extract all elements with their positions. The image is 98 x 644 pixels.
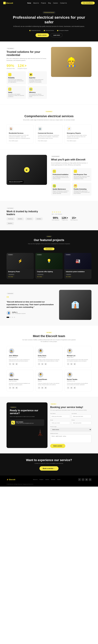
nav-links: Home About Us Projects Blog Careers Cont… (27, 2, 67, 4)
lastname-label: Last Name (72, 413, 92, 414)
nav-cta-button[interactable]: Free Consultation (81, 2, 95, 4)
project-icon-2: 🏭 (76, 259, 80, 263)
hero-learn-button[interactable]: Learn more (51, 33, 63, 37)
footer-facebook-icon[interactable]: f (78, 478, 81, 481)
residential-service-price: From $299/ project (9, 140, 31, 142)
emergency-service-name: Emergency Repairs (67, 132, 89, 134)
email-icon-4[interactable]: @ (44, 386, 47, 389)
nav-projects[interactable]: Projects (41, 2, 46, 4)
contact-detail: Our Contact +1-800-555-0199 info@elecvol… (16, 421, 34, 424)
twitter-icon-1[interactable]: tw (41, 363, 44, 365)
star-5: ★ (59, 211, 61, 213)
projects-filter-button[interactable]: View projects (44, 248, 54, 250)
projects-filter: View projects (6, 248, 92, 250)
notes-textarea[interactable] (50, 434, 92, 443)
email-icon-3[interactable]: @ (15, 386, 18, 389)
testimonial-image-container: 👔 (59, 290, 92, 320)
twitter-icon-3[interactable]: tw (12, 386, 14, 389)
nav-dot-1[interactable] (6, 317, 9, 318)
nav-blog[interactable]: Blog (48, 2, 51, 4)
stat-projects-num: 12K+ (17, 64, 27, 68)
gain-response-desc: We provide fast response to your electri… (74, 176, 90, 180)
twitter-icon-2[interactable]: tw (70, 363, 73, 365)
linkedin-icon-4[interactable]: in (38, 386, 40, 389)
nav-dot-3[interactable] (12, 317, 13, 318)
services-section: Our Services Comprehensive electrical se… (0, 104, 98, 149)
nav-about[interactable]: About Us (33, 2, 39, 4)
hero-icon-emergency: Emergency Repairs (57, 30, 69, 31)
team-desc-3: Specialized in industrial electrical ins… (9, 383, 31, 386)
twitter-icon-0[interactable]: tw (12, 363, 14, 365)
email-icon-5[interactable]: @ (74, 386, 76, 389)
service-select[interactable]: Select service Residential Services Comm… (50, 428, 92, 432)
project-badge-0: Completed (8, 254, 13, 255)
project-link-2[interactable]: See detail → (66, 276, 90, 277)
nav-home[interactable]: Home (27, 2, 31, 4)
linkedin-icon-2[interactable]: in (67, 363, 69, 365)
trusted-section: Our Statistics Trusted solutions for you… (0, 42, 98, 104)
footer-social: f t in li (78, 478, 92, 481)
team-avatar-1: 👩‍💼 (38, 348, 43, 354)
team-name-3: Sarah Gomez (9, 378, 31, 380)
twitter-icon-4[interactable]: tw (41, 386, 44, 389)
trusted-image-container: 👷‍♂️ (51, 47, 92, 77)
stat-years-label: Years Experience (70, 220, 78, 220)
star-2: ★ (54, 211, 55, 213)
team-desc-5: Oversees day-to-day operations ensuring … (67, 383, 89, 386)
cta-title: Ready to experience our service? (10, 409, 44, 415)
play-button[interactable]: ▶ (24, 167, 29, 172)
gains-grid: 🔧 Professional Installation Our certifie… (51, 168, 92, 196)
project-name-0: Emergency Power (8, 271, 32, 272)
form-phone-group: Phone (72, 420, 92, 425)
booking-title: Booking your service today! (50, 406, 92, 409)
footer-logo-icon: ⚡ (6, 479, 9, 480)
footer-instagram-icon[interactable]: in (85, 478, 88, 481)
logo[interactable]: Elecvolt (3, 2, 13, 4)
booking-submit-button[interactable]: Book a service (50, 444, 66, 448)
linkedin-icon-5[interactable]: in (67, 386, 69, 389)
hero-section: Professional Service Professional electr… (0, 6, 98, 42)
project-link-1[interactable]: See detail → (37, 276, 61, 277)
firstname-input[interactable] (50, 415, 70, 418)
firstname-label: First Name (50, 413, 70, 414)
email-input[interactable] (50, 421, 70, 425)
nav-careers[interactable]: Careers (53, 2, 58, 4)
project-card-1: 💡 Completed Corporate office lighting Co… (35, 253, 63, 279)
email-icon-0[interactable]: @ (15, 363, 18, 365)
social-icons-4: in tw @ (38, 386, 60, 389)
nav-dot-2[interactable] (10, 317, 11, 318)
footer-link-careers[interactable]: Careers (45, 479, 49, 480)
email-icon-2[interactable]: @ (74, 363, 76, 365)
trusted-by-right: ★ ★ ★ ★ ★ 4.9 — 2.4k+ Reviews 99% Client… (52, 211, 92, 220)
footer-linkedin-icon[interactable]: li (89, 478, 92, 481)
linkedin-icon-3[interactable]: in (9, 386, 11, 389)
footer-link-career[interactable]: Career (57, 479, 60, 480)
lastname-input[interactable] (72, 415, 92, 418)
stat-years-num: 15+ (70, 216, 78, 220)
twitter-icon-5[interactable]: tw (70, 386, 73, 389)
footer-cta-button[interactable]: Book a service → (39, 466, 59, 470)
email-icon-1[interactable]: @ (44, 363, 47, 365)
team-name-0: John William (9, 355, 31, 356)
ratings-grid: 99% Client Satisfaction 12K+ Projects Do… (52, 216, 92, 220)
team-role-0: Chief Electrician (9, 357, 31, 358)
commercial-service-desc: Complete electrical solutions for busine… (38, 134, 60, 139)
hero-book-button[interactable]: Book a service (35, 33, 49, 37)
feature-reliability: ⚡ Reliability Our services are designed … (6, 71, 26, 84)
hero-icon-dot-3 (57, 30, 58, 31)
footer-link-about[interactable]: About Us (33, 479, 37, 480)
stat-done-label: Projects Done (62, 220, 68, 220)
nav-contact[interactable]: Contact Us (60, 2, 67, 4)
project-link-0[interactable]: See detail → (8, 276, 32, 277)
social-icons-3: in tw @ (9, 386, 31, 389)
footer-link-projects[interactable]: Projects (39, 479, 43, 480)
footer-link-services[interactable]: Services (51, 479, 55, 480)
nav-dot-4[interactable] (14, 317, 15, 318)
project-name-2: Industrial system installation (66, 271, 90, 272)
team-name-4: David Brown (38, 378, 60, 380)
linkedin-icon-1[interactable]: in (38, 363, 40, 365)
footer-twitter-icon[interactable]: t (82, 478, 84, 481)
phone-input[interactable] (72, 421, 92, 425)
linkedin-icon-0[interactable]: in (9, 363, 11, 365)
gain-response-title: Fast Response Time (74, 174, 90, 175)
